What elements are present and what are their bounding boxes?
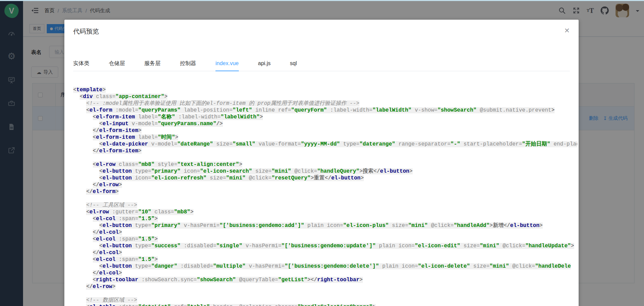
tab-实体类[interactable]: 实体类 (73, 58, 89, 71)
code-line: <!-- :model属性用于表单验证使用 比如下面的el-form-item … (73, 100, 577, 107)
code-line: <el-input v-model="queryParams.name"/> (73, 120, 577, 127)
code-line: </el-row> (73, 283, 577, 290)
code-line: </el-col> (73, 249, 577, 256)
code-line: <el-table :data="dataList" ref="table" b… (73, 304, 577, 306)
code-line: <el-button icon="el-icon-refresh" size="… (73, 175, 577, 181)
code-line: <el-row class="mb8" style="text-align:ce… (73, 161, 577, 168)
code-line: <el-button type="danger" :disabled="mult… (73, 263, 577, 270)
code-line: </el-form> (73, 188, 577, 195)
code-line (73, 195, 577, 202)
close-icon[interactable]: ✕ (564, 27, 570, 34)
code-line: <el-col :span="1.5"> (73, 256, 577, 263)
code-line: <!-- 工具区域 --> (73, 202, 577, 209)
code-line (73, 290, 577, 297)
code-line: <el-date-picker v-model="dateRange" size… (73, 141, 577, 148)
code-line: <el-col :span="1.5"> (73, 236, 577, 243)
code-line: </el-form-item> (73, 148, 577, 154)
screen: V ⚙ 首页/系统工具/代码生成 TT 首页代码生成 表名 (0, 0, 644, 306)
code-line: <el-button type="success" :disabled="sin… (73, 243, 577, 249)
code-line: <el-button type="primary" v-hasPermi="['… (73, 222, 577, 229)
code-line: <el-form :model="queryParams" label-posi… (73, 107, 577, 114)
tab-index.vue[interactable]: index.vue (215, 58, 239, 71)
tab-控制器[interactable]: 控制器 (180, 58, 196, 71)
code-preview-dialog: 代码预览 ✕ 实体类仓储层服务层控制器index.vueapi.jssql <t… (64, 20, 579, 306)
tab-sql[interactable]: sql (290, 58, 297, 71)
code-line: <div class="app-container"> (73, 93, 577, 100)
code-line: </el-row> (73, 181, 577, 188)
code-line: <el-row :gutter="10" class="mb8"> (73, 209, 577, 215)
code-line: <el-button type="primary" icon="el-icon-… (73, 168, 577, 175)
code-line (73, 154, 577, 161)
code-line: <el-form-item label="名称" :label-width="l… (73, 114, 577, 120)
code-line: </el-form-item> (73, 127, 577, 134)
dialog-tabs: 实体类仓储层服务层控制器index.vueapi.jssql (73, 58, 570, 71)
tab-服务层[interactable]: 服务层 (144, 58, 161, 71)
tab-仓储层[interactable]: 仓储层 (109, 58, 125, 71)
code-line: </el-col> (73, 229, 577, 236)
dialog-title: 代码预览 (73, 27, 99, 36)
progress-strip (0, 0, 644, 1)
code-block[interactable]: <template> <div class="app-container"> <… (73, 87, 577, 306)
code-line: </el-col> (73, 270, 577, 276)
code-line: <template> (73, 87, 577, 93)
code-line: <right-toolbar :showSearch.sync="showSea… (73, 276, 577, 283)
code-line: <el-col :span="1.5"> (73, 215, 577, 222)
code-line: <!-- 数据区域 --> (73, 297, 577, 304)
tab-api.js[interactable]: api.js (258, 58, 271, 71)
code-line: <el-form-item label="时间"> (73, 134, 577, 141)
